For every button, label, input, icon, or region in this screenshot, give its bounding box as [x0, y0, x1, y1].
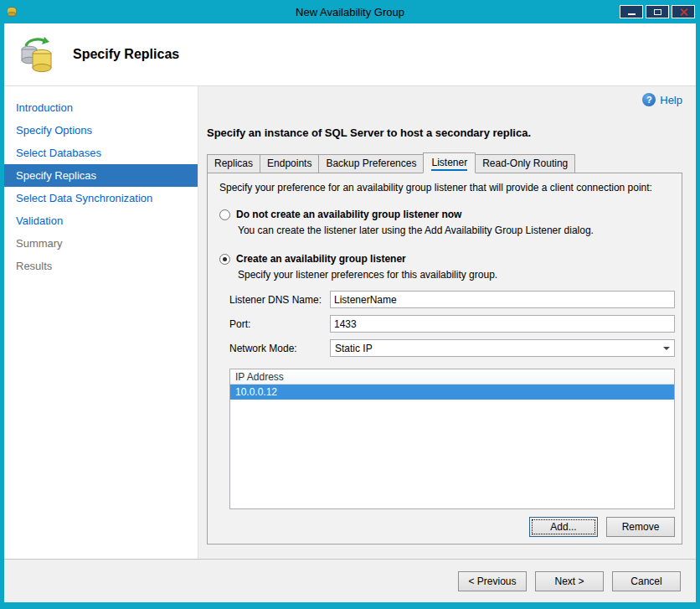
- tab-endpoints[interactable]: Endpoints: [260, 154, 319, 173]
- network-mode-value: Static IP: [335, 343, 373, 354]
- page-title: Specify Replicas: [73, 47, 179, 62]
- radio-no-listener-description: You can create the listener later using …: [238, 225, 675, 236]
- tab-strip: Replicas Endpoints Backup Preferences Li…: [207, 152, 682, 173]
- next-button[interactable]: Next >: [535, 571, 604, 591]
- tab-replicas[interactable]: Replicas: [207, 154, 260, 173]
- minimize-icon: [628, 13, 636, 15]
- wizard-steps-sidebar: Introduction Specify Options Select Data…: [4, 86, 198, 559]
- port-input[interactable]: [330, 315, 675, 333]
- dialog-body: Specify Replicas Introduction Specify Op…: [4, 23, 696, 602]
- help-link[interactable]: ? Help: [642, 93, 682, 106]
- radio-no-listener[interactable]: [219, 209, 230, 220]
- sidebar-item-select-data-synchronization[interactable]: Select Data Synchronization: [4, 187, 198, 209]
- close-button[interactable]: [672, 5, 695, 18]
- close-icon: [680, 8, 687, 16]
- tab-read-only-routing[interactable]: Read-Only Routing: [475, 154, 575, 173]
- help-row: ? Help: [207, 93, 682, 106]
- minimize-button[interactable]: [620, 5, 643, 18]
- maximize-button[interactable]: [646, 5, 669, 18]
- content-area: Introduction Specify Options Select Data…: [4, 86, 696, 559]
- listener-intro-text: Specify your preference for an availabil…: [219, 182, 675, 194]
- sidebar-item-results: Results: [4, 255, 198, 277]
- main-pane: ? Help Specify an instance of SQL Server…: [198, 86, 696, 559]
- help-label: Help: [660, 94, 682, 106]
- sidebar-item-specify-replicas[interactable]: Specify Replicas: [4, 164, 198, 187]
- network-mode-select[interactable]: Static IP: [330, 339, 675, 357]
- add-ip-button[interactable]: Add...: [529, 517, 598, 537]
- radio-row-create-listener: Create an availability group listener: [219, 253, 675, 265]
- cancel-button[interactable]: Cancel: [612, 571, 681, 591]
- titlebar[interactable]: New Availability Group: [0, 0, 700, 23]
- footer-bar: < Previous Next > Cancel: [4, 559, 696, 602]
- sidebar-item-select-databases[interactable]: Select Databases: [4, 142, 198, 164]
- availability-group-icon: [18, 34, 58, 75]
- help-icon: ?: [642, 93, 656, 106]
- ip-address-column-header[interactable]: IP Address: [230, 369, 674, 384]
- previous-button[interactable]: < Previous: [458, 571, 527, 591]
- instruction-text: Specify an instance of SQL Server to hos…: [207, 126, 682, 139]
- wizard-header: Specify Replicas: [4, 23, 696, 86]
- remove-ip-button[interactable]: Remove: [606, 517, 675, 537]
- tab-listener[interactable]: Listener: [423, 152, 476, 173]
- port-label: Port:: [229, 318, 330, 330]
- sidebar-item-introduction[interactable]: Introduction: [4, 96, 198, 119]
- dns-name-row: Listener DNS Name:: [229, 291, 675, 308]
- dns-name-label: Listener DNS Name:: [229, 294, 330, 306]
- ip-address-row[interactable]: 10.0.0.12: [230, 384, 674, 400]
- ip-address-list[interactable]: IP Address 10.0.0.12: [229, 369, 675, 509]
- sidebar-item-specify-options[interactable]: Specify Options: [4, 119, 198, 142]
- chevron-down-icon: [659, 341, 673, 355]
- sidebar-item-summary: Summary: [4, 232, 198, 255]
- window-title: New Availability Group: [0, 6, 700, 18]
- dns-name-input[interactable]: [330, 291, 675, 308]
- maximize-icon: [654, 9, 661, 15]
- sidebar-item-validation[interactable]: Validation: [4, 209, 198, 232]
- network-mode-label: Network Mode:: [229, 343, 330, 354]
- listener-tab-panel: Specify your preference for an availabil…: [207, 173, 682, 544]
- window-controls: [620, 5, 695, 18]
- radio-create-listener[interactable]: [219, 254, 230, 265]
- new-availability-group-window: New Availability Group Specify: [0, 0, 700, 609]
- radio-create-listener-label[interactable]: Create an availability group listener: [236, 253, 406, 265]
- tab-backup-preferences[interactable]: Backup Preferences: [318, 154, 424, 173]
- ip-list-buttons: Add... Remove: [218, 517, 675, 537]
- window-icon: [5, 5, 18, 18]
- radio-row-no-listener: Do not create an availability group list…: [219, 209, 675, 220]
- radio-create-listener-description: Specify your listener preferences for th…: [238, 269, 675, 281]
- network-mode-row: Network Mode: Static IP: [229, 339, 675, 357]
- radio-no-listener-label[interactable]: Do not create an availability group list…: [236, 209, 461, 220]
- port-row: Port:: [229, 315, 675, 333]
